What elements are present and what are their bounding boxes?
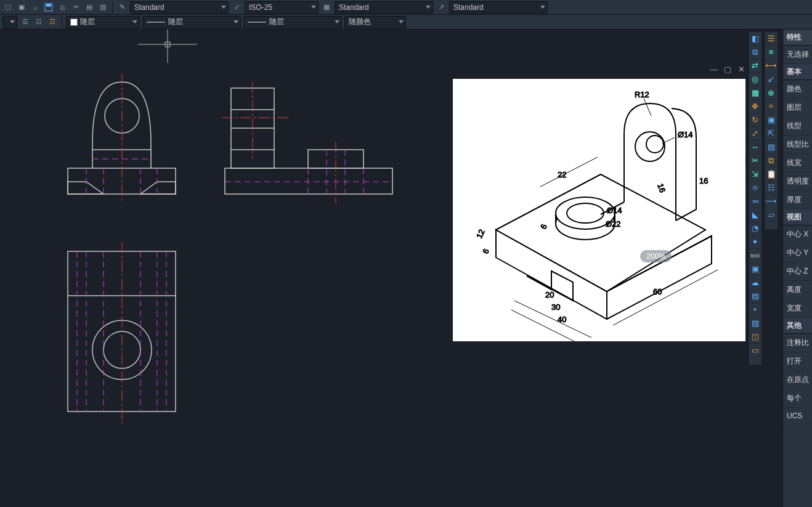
xref-icon[interactable]: ⇱ <box>765 127 777 140</box>
prop-open[interactable]: 打开 <box>783 352 812 371</box>
save-icon[interactable] <box>43 2 54 13</box>
prop-center-x[interactable]: 中心 X <box>783 225 812 244</box>
svg-line-45 <box>662 137 675 144</box>
table-tool-icon[interactable]: ▤ <box>749 290 761 303</box>
dim-icon[interactable]: ⤢ <box>231 2 242 13</box>
toolbar-row-2: ☰ ☷ ☶ 随层 随层 随层 随颜色 <box>0 15 812 30</box>
drawing-canvas[interactable]: — ▢ ✕ <box>0 30 744 507</box>
extend-icon[interactable]: ⇲ <box>749 168 761 181</box>
join-icon[interactable]: ⫘ <box>749 195 761 208</box>
table-icon[interactable]: ▦ <box>321 2 332 13</box>
layer-iso-icon[interactable]: ☶ <box>47 17 58 28</box>
lineweight-dropdown[interactable]: 随层 <box>243 16 342 28</box>
dim-16b: 16 <box>656 182 667 194</box>
history-dropdown[interactable] <box>2 16 17 28</box>
prop-linetype[interactable]: 线型 <box>783 117 812 136</box>
zoom-icon[interactable]: ⌕ <box>30 2 41 13</box>
minimize-icon[interactable]: — <box>710 66 718 75</box>
open-file-icon[interactable]: ▣ <box>16 2 27 13</box>
prop-layer[interactable]: 图层 <box>783 99 812 117</box>
plot-icon[interactable]: ▤ <box>84 2 95 13</box>
prop-lineweight[interactable]: 线宽 <box>783 154 812 172</box>
dim-30: 30 <box>551 302 560 312</box>
block-icon[interactable]: ▣ <box>749 262 761 276</box>
prop-each[interactable]: 每个 <box>783 389 812 408</box>
measure-icon[interactable]: ≡ <box>765 46 777 59</box>
prop-origin[interactable]: 在原点 <box>783 371 812 389</box>
chamfer-icon[interactable]: ◣ <box>749 208 761 222</box>
eraser-icon[interactable]: ◧ <box>749 32 761 46</box>
prop-height[interactable]: 高度 <box>783 281 812 299</box>
group-icon[interactable]: ▣ <box>765 113 777 127</box>
layer-color-dropdown[interactable]: 随层 <box>66 16 140 28</box>
prop-center-y[interactable]: 中心 Y <box>783 244 812 262</box>
maximize-icon[interactable]: ▢ <box>723 66 732 75</box>
svg-point-42 <box>635 132 665 161</box>
selection-row[interactable]: 无选择 <box>783 46 812 64</box>
wipeout-icon[interactable]: ▭ <box>749 344 761 357</box>
explode-icon[interactable]: ✦ <box>749 235 761 249</box>
properties-panel: 特性 无选择 基本 颜色 图层 线型 线型比 线宽 透明度 厚度 视图 中心 X… <box>782 30 812 507</box>
offset-icon[interactable]: ◎ <box>749 73 761 86</box>
prop-color[interactable]: 颜色 <box>783 80 812 99</box>
image-icon[interactable]: ▧ <box>765 140 777 154</box>
cut-icon[interactable]: ✂ <box>70 2 81 13</box>
prop-thickness[interactable]: 厚度 <box>783 191 812 209</box>
paste-icon[interactable]: 📋 <box>765 168 777 181</box>
stretch-icon[interactable]: ↔ <box>749 140 761 154</box>
brush-icon[interactable]: ✎ <box>116 2 128 13</box>
break-icon[interactable]: ⎋ <box>749 181 761 195</box>
layer-props-icon[interactable]: ☰ <box>20 17 31 28</box>
dim-d14b: Ø14 <box>607 206 622 215</box>
svg-rect-14 <box>225 168 392 194</box>
list-icon[interactable]: ☷ <box>765 181 777 195</box>
dimension-icon[interactable]: ⟷ <box>765 59 777 73</box>
text-style-dropdown[interactable]: Standard <box>130 1 229 14</box>
rotate-icon[interactable]: ↻ <box>749 113 761 127</box>
area-icon[interactable]: ▱ <box>765 208 777 222</box>
mleader-style-dropdown[interactable]: Standard <box>449 1 548 14</box>
new-file-icon[interactable]: ▢ <box>2 2 14 13</box>
prop-anno[interactable]: 注释比 <box>783 334 812 352</box>
move-icon[interactable]: ✥ <box>749 100 761 113</box>
layout-icon[interactable]: ▥ <box>97 2 108 13</box>
trim-icon[interactable]: ✂ <box>749 154 761 168</box>
revcloud-icon[interactable]: ☁ <box>749 276 761 290</box>
linetype-dropdown[interactable]: 随层 <box>142 16 241 28</box>
leader-icon[interactable]: ↙ <box>765 73 777 86</box>
copy-icon[interactable]: ⧉ <box>749 46 761 59</box>
region-icon[interactable]: ◫ <box>749 330 761 344</box>
fillet-icon[interactable]: ◔ <box>749 222 761 235</box>
prop-ucs[interactable]: UCS <box>783 408 812 424</box>
mirror-icon[interactable]: ⇄ <box>749 59 761 73</box>
mleader-icon[interactable]: ↗ <box>436 2 447 13</box>
prop-linetype-scale[interactable]: 线型比 <box>783 136 812 154</box>
prop-width[interactable]: 宽度 <box>783 299 812 318</box>
text-icon[interactable]: text <box>749 249 761 262</box>
plotstyle-dropdown[interactable]: 随颜色 <box>344 16 406 28</box>
dim-22: 22 <box>558 170 566 179</box>
table-style-dropdown[interactable]: Standard <box>335 1 433 14</box>
prop-center-z[interactable]: 中心 Z <box>783 262 812 281</box>
text-style-value: Standard <box>134 3 164 12</box>
spark-icon[interactable]: ✧ <box>765 100 777 113</box>
array-icon[interactable]: ▦ <box>749 86 761 100</box>
dim-style-dropdown[interactable]: ISO-25 <box>245 1 319 14</box>
reference-image-panel[interactable]: — ▢ ✕ <box>453 79 745 341</box>
close-icon[interactable]: ✕ <box>737 66 745 75</box>
layer-states-icon[interactable]: ☷ <box>33 17 44 28</box>
hatch-icon[interactable]: ▨ <box>749 317 761 330</box>
plotstyle-value: 随颜色 <box>349 17 371 27</box>
dim-40: 40 <box>558 315 566 324</box>
section-other: 其他 <box>783 318 812 334</box>
layer-tool-icon[interactable]: ☰ <box>765 32 777 46</box>
ref-window-controls: — ▢ ✕ <box>710 64 745 76</box>
dist-icon[interactable]: ⟶ <box>765 195 777 208</box>
point-icon[interactable]: • <box>749 303 761 317</box>
dim-d22: Ø22 <box>606 219 621 229</box>
scale-icon[interactable]: ⤢ <box>749 127 761 140</box>
prop-transparency[interactable]: 透明度 <box>783 172 812 191</box>
print-icon[interactable]: ⎙ <box>57 2 68 13</box>
centerline-icon[interactable]: ⊕ <box>765 86 777 100</box>
prop-copy-icon[interactable]: ⧉ <box>765 154 777 168</box>
